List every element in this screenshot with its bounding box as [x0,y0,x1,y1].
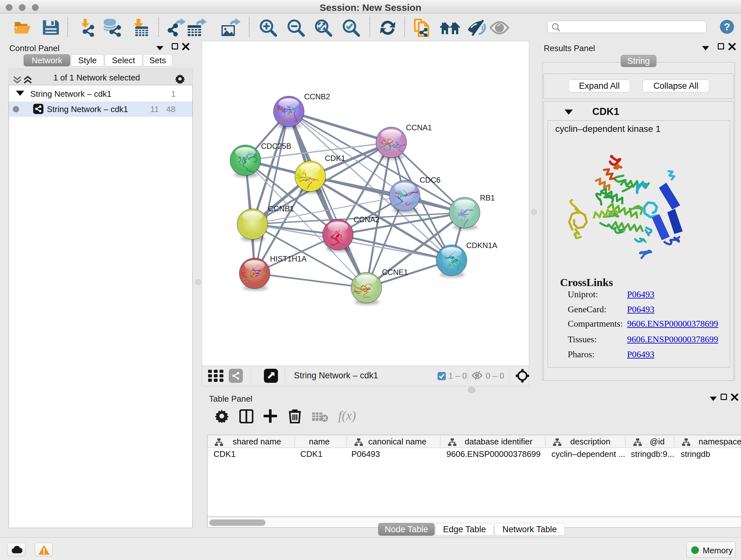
svg-text:CDK1: CDK1 [325,154,345,163]
svg-text:CDC25B: CDC25B [261,142,291,150]
svg-text:CCNB2: CCNB2 [304,92,330,101]
svg-text:CCNA1: CCNA1 [406,123,432,132]
svg-text:CDKN1A: CDKN1A [466,241,497,250]
svg-text:CDC6: CDC6 [420,176,441,184]
svg-text:CCNA2: CCNA2 [354,215,380,224]
svg-text:CCNB1: CCNB1 [268,204,294,213]
svg-text:CCNE1: CCNE1 [382,268,408,276]
svg-text:RB1: RB1 [480,193,495,202]
svg-text:HIST1H1A: HIST1H1A [270,254,307,263]
